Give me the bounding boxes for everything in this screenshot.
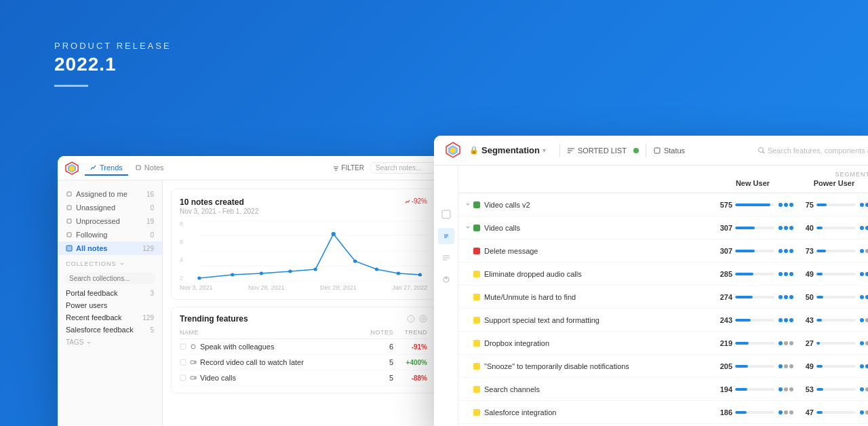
- row-feature-name: Salesforce integration: [484, 408, 712, 417]
- row-color-indicator: [473, 201, 480, 208]
- row-color-indicator: [473, 317, 480, 324]
- svg-point-30: [422, 317, 425, 320]
- row-feature-name: Mute/Unmute is hard to find: [484, 293, 712, 301]
- seg-table-row[interactable]: Dropbox integration21927: [458, 332, 868, 355]
- header-area: PRODUCT RELEASE 2022.1: [54, 41, 172, 87]
- seg-table-row[interactable]: "Snooze" to temporarily disable notifica…: [458, 355, 868, 378]
- tab-trends[interactable]: Trends: [85, 161, 128, 176]
- collections-search-input[interactable]: [64, 273, 155, 284]
- row-feature-name: Video calls v2: [484, 201, 712, 209]
- notes-toolbar: Trends Notes FILTER Search notes...: [58, 156, 444, 180]
- svg-rect-11: [66, 246, 72, 251]
- tab-notes[interactable]: Notes: [130, 161, 170, 176]
- row-color-indicator: [473, 386, 480, 393]
- nav-collection-recent[interactable]: Recent feedback 129: [58, 311, 162, 324]
- new-user-count: 194: [712, 385, 732, 393]
- chart-area: 8 6 4 2: [180, 220, 427, 282]
- power-user-count: 40: [793, 224, 814, 232]
- nav-item-assigned[interactable]: Assigned to me 16: [58, 187, 162, 201]
- svg-point-21: [288, 270, 292, 273]
- power-user-bar: [816, 273, 856, 275]
- seg-sidebar-icon-1[interactable]: [438, 206, 454, 222]
- seg-sorted-list[interactable]: SORTED LIST: [567, 147, 627, 155]
- svg-point-22: [313, 268, 317, 271]
- seg-title: Segmentation: [481, 145, 540, 155]
- seg-left-icons: [434, 166, 458, 426]
- power-user-data: 53: [793, 385, 868, 393]
- seg-table-row[interactable]: Delete message30773: [458, 239, 868, 263]
- row-expand-icon[interactable]: [465, 225, 473, 231]
- svg-rect-44: [654, 148, 660, 153]
- new-user-dots: [778, 410, 793, 414]
- trending-row-2: Video calls 5 -88%: [180, 370, 427, 386]
- seg-table-row[interactable]: Video calls30740: [458, 216, 868, 239]
- seg-search[interactable]: Search features, components &: [757, 147, 868, 155]
- row-feature-name: "Snooze" to temporarily disable notifica…: [484, 362, 712, 370]
- new-user-bar: [735, 227, 774, 229]
- new-user-dots: [778, 318, 793, 322]
- new-user-bar: [735, 342, 774, 345]
- nav-item-all-notes[interactable]: All notes 129: [58, 241, 162, 255]
- seg-col-group: New User Power User: [712, 179, 868, 189]
- new-user-data: 307: [712, 247, 793, 255]
- phone-icon: [190, 343, 197, 350]
- search-notes-input[interactable]: Search notes...: [370, 162, 437, 174]
- new-user-count: 219: [712, 339, 732, 347]
- seg-sidebar-icon-4[interactable]: [438, 271, 454, 288]
- new-user-count: 186: [712, 408, 732, 417]
- seg-sidebar-icon-3[interactable]: [438, 250, 454, 266]
- nav-collection-power[interactable]: Power users: [58, 299, 162, 311]
- new-user-dots: [778, 249, 793, 253]
- trending-settings-icon[interactable]: [419, 315, 427, 323]
- new-user-bar: [735, 388, 774, 391]
- seg-table-row[interactable]: Eliminate dropped audio calls28549: [458, 263, 868, 286]
- new-user-data: 274: [712, 293, 793, 301]
- notes-tabs-row: Trends Notes: [85, 161, 328, 176]
- power-user-count: 27: [793, 339, 814, 347]
- power-user-data: 27: [793, 339, 868, 347]
- power-user-data: 49: [793, 362, 868, 370]
- svg-point-56: [445, 277, 447, 279]
- svg-point-25: [375, 268, 378, 271]
- seg-rows-container: Video calls v257575Video calls30740Delet…: [458, 193, 868, 426]
- y-axis-labels: 8 6 4 2: [180, 220, 183, 282]
- seg-table-row[interactable]: Video calls v257575: [458, 193, 868, 216]
- nav-item-unassigned[interactable]: Unassigned 0: [58, 201, 162, 214]
- seg-sidebar-icon-2[interactable]: [438, 228, 454, 244]
- trend-1: +400%: [393, 359, 427, 366]
- svg-point-33: [191, 345, 195, 349]
- nav-item-unprocessed[interactable]: Unprocessed 19: [58, 214, 162, 228]
- row-feature-name: Delete message: [484, 247, 712, 255]
- row-color-indicator: [473, 248, 480, 254]
- seg-table-header: SEGMENTS New User Power User: [458, 166, 868, 193]
- power-user-dots: [860, 341, 868, 345]
- seg-table-row[interactable]: Search channels19453: [458, 378, 868, 401]
- notes-logo: [64, 161, 79, 176]
- svg-rect-10: [67, 233, 71, 237]
- power-user-dots: [860, 364, 868, 368]
- collections-search[interactable]: [58, 269, 162, 287]
- trending-col-header: NAME NOTES TREND: [180, 329, 427, 339]
- power-user-bar: [816, 342, 856, 345]
- filter-button[interactable]: FILTER: [333, 164, 364, 172]
- power-user-data: 47: [793, 408, 868, 417]
- seg-table-row[interactable]: Mute/Unmute is hard to find27450: [458, 286, 868, 309]
- svg-point-24: [353, 260, 357, 263]
- seg-table-row[interactable]: Salesforce integration18647: [458, 401, 868, 424]
- trending-info-icon[interactable]: i: [407, 315, 415, 323]
- svg-point-23: [332, 232, 336, 236]
- trending-card: Trending features i NAME NOTES TREND: [171, 307, 436, 393]
- nav-collection-salesforce[interactable]: Salesforce feedback 5: [58, 324, 162, 336]
- notes-window: Trends Notes FILTER Search notes...: [58, 156, 444, 426]
- power-user-bar: [816, 227, 856, 229]
- nav-collection-portal[interactable]: Portal feedback 3: [58, 287, 162, 299]
- svg-rect-8: [67, 206, 71, 210]
- power-user-dots: [860, 387, 868, 391]
- new-user-data: 285: [712, 270, 793, 278]
- seg-status-group[interactable]: Status: [653, 147, 685, 155]
- power-user-count: 43: [793, 316, 814, 324]
- nav-item-following[interactable]: Following 0: [58, 228, 162, 241]
- row-expand-icon[interactable]: [465, 201, 473, 208]
- seg-table-row[interactable]: Support special text and formatting24343: [458, 309, 868, 332]
- row-color-indicator: [473, 340, 480, 347]
